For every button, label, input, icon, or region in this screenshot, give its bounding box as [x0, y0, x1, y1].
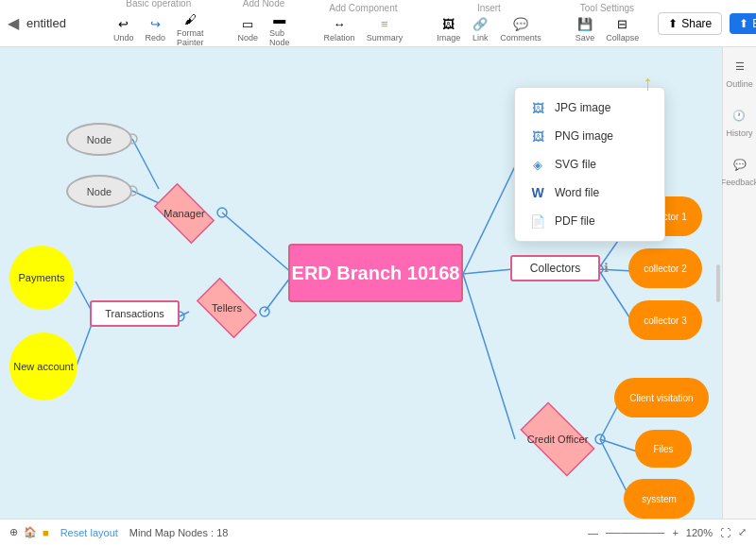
jpg-icon: 🖼 [528, 100, 547, 115]
client-visitation-node[interactable]: Client visitation [614, 378, 709, 417]
bottom-icon-3[interactable]: ■ [43, 527, 49, 538]
history-icon[interactable]: 🕐 [728, 104, 750, 127]
svg-line-2 [463, 274, 515, 439]
files-node[interactable]: Files [635, 430, 692, 468]
collapse-button[interactable]: ⊟Collapse [602, 15, 643, 44]
fit-screen-btn[interactable]: ⛶ [720, 527, 730, 538]
node-1[interactable]: Node [66, 123, 132, 156]
toolbar-right: ⬆ Share ⬆ Export [658, 12, 756, 35]
document-title: entitled [26, 16, 83, 30]
zoom-level: 120% [686, 527, 713, 538]
fullscreen-btn[interactable]: ⤢ [738, 526, 747, 538]
word-label: Word file [555, 186, 599, 199]
export-button[interactable]: ⬆ Export [730, 13, 756, 34]
collector3-node[interactable]: collector 3 [628, 300, 702, 340]
node-2[interactable]: Node [66, 175, 132, 208]
back-button[interactable]: ◀ [8, 14, 19, 32]
word-icon: W [528, 185, 547, 200]
sidebar-item-feedback[interactable]: 💬 Feedback [721, 153, 756, 187]
transactions-node[interactable]: Transactions [90, 300, 180, 327]
export-jpg-item[interactable]: 🖼 JPG image [515, 94, 664, 122]
relation-button[interactable]: ↔Relation [320, 15, 359, 44]
feedback-icon[interactable]: 💬 [729, 153, 751, 176]
right-sidebar: ☰ Outline 🕐 History 💬 Feedback [722, 47, 756, 519]
history-label: History [726, 128, 752, 138]
zoom-in-btn[interactable]: + [672, 527, 678, 538]
section-add-node: Add Node ▭Node ▬Sub Node [234, 0, 294, 49]
save-button[interactable]: 💾Save [572, 15, 599, 44]
comments-button[interactable]: 💬Comments [496, 15, 545, 44]
section-basic-operation: Basic operation ↩Undo ↪Redo 🖌Format Pain… [110, 0, 208, 49]
svg-line-5 [132, 139, 159, 189]
pdf-icon: 📄 [528, 213, 547, 229]
svg-line-1 [463, 269, 513, 274]
main-area: Node Node Manager Payments Transactions … [0, 47, 756, 519]
bottom-bar: ⊕ 🏠 ■ Reset layout Mind Map Nodes : 18 —… [0, 519, 756, 545]
sub-node-button[interactable]: ▬Sub Node [266, 10, 294, 49]
svg-label: SVG file [555, 158, 596, 171]
redo-button[interactable]: ↪Redo [142, 15, 170, 44]
credit-officer-label: Credit Officer [527, 434, 589, 445]
share-button[interactable]: ⬆ Share [658, 12, 722, 35]
outline-label: Outline [726, 79, 753, 89]
jpg-label: JPG image [555, 101, 610, 114]
tellers-label: Tellers [212, 302, 242, 314]
zoom-out-btn[interactable]: — [588, 527, 598, 538]
export-word-item[interactable]: W Word file [515, 179, 664, 207]
main-erd-node[interactable]: ERD Branch 10168 [288, 244, 463, 302]
outline-icon[interactable]: ☰ [729, 55, 751, 77]
bottom-right: — ──────── + 120% ⛶ ⤢ [588, 526, 747, 538]
summary-button[interactable]: ≡Summary [363, 15, 407, 44]
svg-line-12 [598, 269, 633, 323]
svg-icon: ◈ [528, 157, 547, 172]
new-account-node[interactable]: New account [9, 332, 77, 400]
scroll-bar[interactable] [716, 264, 720, 302]
export-icon: ⬆ [739, 17, 748, 30]
export-svg-item[interactable]: ◈ SVG file [515, 150, 664, 179]
collectors-node[interactable]: Collectors [510, 255, 600, 281]
credit-officer-node[interactable]: Credit Officer [510, 411, 605, 468]
manager-node[interactable]: Manager [142, 187, 227, 239]
zoom-slider[interactable]: ──────── [606, 527, 664, 538]
section-insert-label: Insert [477, 3, 501, 13]
section-add-component: Add Component ↔Relation ≡Summary [320, 3, 407, 44]
section-add-component-label: Add Component [329, 3, 397, 13]
svg-line-3 [222, 213, 293, 274]
pdf-label: PDF file [555, 214, 595, 228]
sysstem-node[interactable]: sysstem [624, 479, 695, 519]
image-button[interactable]: 🖼Image [433, 15, 464, 44]
export-png-item[interactable]: 🖼 PNG image [515, 122, 664, 150]
bottom-icon-2[interactable]: 🏠 [24, 526, 37, 538]
canvas[interactable]: Node Node Manager Payments Transactions … [0, 47, 722, 519]
feedback-label: Feedback [721, 178, 756, 187]
export-pdf-item[interactable]: 📄 PDF file [515, 207, 664, 235]
share-icon: ⬆ [668, 17, 678, 30]
arrow-indicator: ↑ [643, 71, 653, 95]
sidebar-item-history[interactable]: 🕐 History [726, 104, 752, 138]
link-button[interactable]: 🔗Link [468, 15, 492, 44]
collector2-node[interactable]: collector 2 [628, 248, 702, 288]
export-dropdown: ↑ 🖼 JPG image 🖼 PNG image ◈ SVG file W W… [514, 87, 665, 242]
mind-map-nodes-label: Mind Map Nodes : 18 [129, 527, 229, 538]
undo-button[interactable]: ↩Undo [110, 15, 138, 44]
section-basic-operation-label: Basic operation [126, 0, 191, 9]
section-tool-settings: Tool Settings 💾Save ⊟Collapse [572, 3, 644, 44]
png-icon: 🖼 [528, 128, 547, 144]
section-insert: Insert 🖼Image 🔗Link 💬Comments [433, 3, 545, 44]
bottom-icon-1[interactable]: ⊕ [9, 526, 18, 538]
collectors-info-icon[interactable]: ℹ [604, 261, 609, 275]
reset-layout-btn[interactable]: Reset layout [60, 527, 118, 538]
node-button[interactable]: ▭Node [234, 15, 263, 44]
tellers-node[interactable]: Tellers [184, 281, 269, 333]
toolbar: ◀ entitled Basic operation ↩Undo ↪Redo 🖌… [0, 0, 756, 47]
bottom-left-icons: ⊕ 🏠 ■ [9, 526, 49, 538]
section-add-node-label: Add Node [243, 0, 284, 9]
share-label: Share [681, 17, 712, 30]
payments-node[interactable]: Payments [9, 246, 74, 310]
format-painter-button[interactable]: 🖌Format Painter [173, 10, 208, 49]
png-label: PNG image [555, 129, 613, 143]
export-label: Export [752, 17, 756, 30]
manager-label: Manager [163, 208, 204, 219]
sidebar-item-outline[interactable]: ☰ Outline [726, 55, 753, 89]
section-tool-settings-label: Tool Settings [580, 3, 634, 13]
